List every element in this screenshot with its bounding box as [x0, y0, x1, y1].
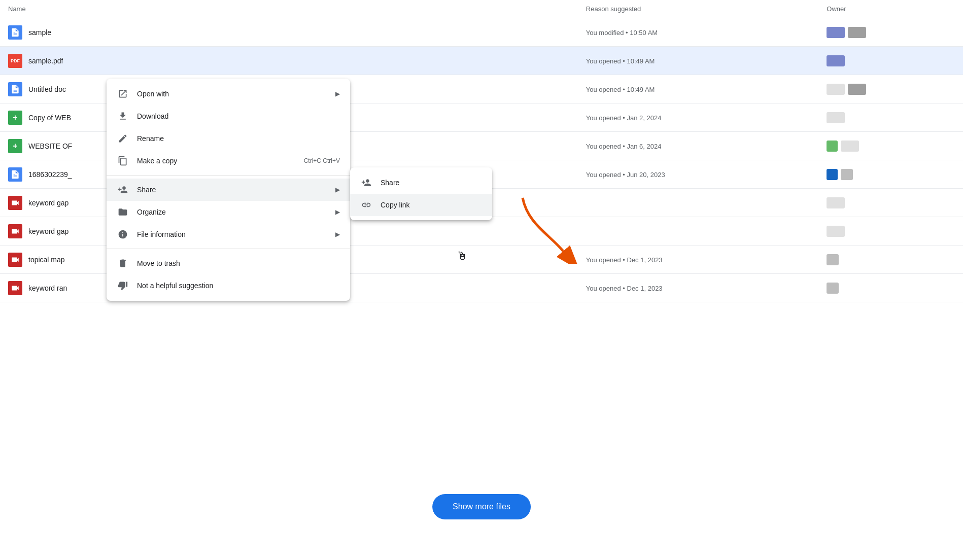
menu-item-label: Download: [137, 112, 340, 120]
menu-item-move_trash[interactable]: Move to trash: [107, 252, 350, 274]
submenu-arrow-icon: ▶: [335, 90, 340, 97]
owner-cell: [827, 84, 955, 95]
file-reason: You modified • 10:50 AM: [586, 29, 658, 37]
menu-item-open_with[interactable]: Open with ▶: [107, 83, 350, 105]
menu-item-shortcut: Ctrl+C Ctrl+V: [304, 157, 340, 164]
file-reason-cell: You modified • 10:50 AM: [578, 18, 819, 47]
file-reason: You opened • Dec 1, 2023: [586, 256, 663, 264]
file-reason-cell: You opened • Dec 1, 2023: [578, 246, 819, 274]
avatar: [827, 84, 845, 95]
owner-cell: [827, 254, 955, 265]
avatar: [848, 27, 866, 38]
menu-item-label: Rename: [137, 134, 340, 143]
col-header-name: Name: [0, 0, 578, 18]
col-header-owner: Owner: [818, 0, 963, 18]
file-reason: You opened • 10:49 AM: [586, 57, 655, 65]
open_with-icon: [117, 88, 129, 100]
file-owner-cell: [818, 132, 963, 160]
download-icon: [117, 110, 129, 122]
owner-cell: [827, 169, 955, 180]
file-reason: You opened • 10:49 AM: [586, 86, 655, 93]
show-more-button[interactable]: Show more files: [432, 494, 531, 519]
file-reason-cell: You opened • Jun 20, 2023: [578, 160, 819, 189]
avatar: [827, 254, 839, 265]
avatar: [827, 112, 845, 123]
video-icon: [8, 281, 22, 295]
file-owner-cell: [818, 47, 963, 75]
file-reason-cell: [578, 189, 819, 217]
doc-icon: [8, 167, 22, 182]
file-reason-cell: [578, 217, 819, 246]
menu-item-make_copy[interactable]: Make a copy Ctrl+C Ctrl+V: [107, 150, 350, 172]
submenu-item-label: Share: [381, 179, 482, 187]
file-name: Untitled doc: [28, 85, 66, 93]
avatar: [827, 226, 845, 237]
file-name: keyword gap: [28, 227, 68, 235]
file-name: keyword gap: [28, 199, 68, 207]
menu-item-rename[interactable]: Rename: [107, 127, 350, 150]
file-owner-cell: [818, 189, 963, 217]
doc-icon: [8, 25, 22, 40]
menu-item-label: Open with: [137, 90, 327, 98]
owner-cell: [827, 112, 955, 123]
edit-icon: [117, 132, 129, 145]
file-name-cell: PDF sample.pdf: [0, 47, 578, 75]
file-name: WEBSITE OF: [28, 142, 72, 150]
pdf-icon: PDF: [8, 54, 22, 68]
menu-item-download[interactable]: Download: [107, 105, 350, 127]
menu-item-label: Share: [137, 186, 327, 194]
avatar: [827, 169, 838, 180]
menu-item-file_info[interactable]: File information ▶: [107, 223, 350, 246]
file-name: topical map: [28, 256, 65, 264]
menu-item-label: Organize: [137, 208, 327, 216]
person_add-icon: [117, 184, 129, 196]
file-name: keyword ran: [28, 284, 67, 292]
file-reason: You opened • Jan 2, 2024: [586, 114, 662, 122]
file-name: sample: [28, 28, 51, 37]
file-reason-cell: You opened • Dec 1, 2023: [578, 274, 819, 302]
copy-icon: [117, 155, 129, 167]
submenu-item-copy_link[interactable]: Copy link: [350, 194, 492, 216]
file-reason: You opened • Dec 1, 2023: [586, 285, 663, 292]
context-menu: Open with ▶ Download Rename Make a copy …: [107, 79, 350, 301]
menu-divider: [107, 175, 350, 176]
trash-icon: [117, 257, 129, 269]
menu-item-label: Make a copy: [137, 157, 296, 165]
file-name: 1686302239_: [28, 170, 72, 179]
avatar: [827, 27, 845, 38]
table-row[interactable]: PDF sample.pdf You opened • 10:49 AM: [0, 47, 963, 75]
file-owner-cell: [818, 103, 963, 132]
file-reason: You opened • Jun 20, 2023: [586, 171, 665, 179]
doc-icon: [8, 82, 22, 96]
menu-item-share[interactable]: Share ▶: [107, 179, 350, 201]
avatar: [827, 55, 845, 66]
submenu-item-label: Copy link: [381, 201, 482, 209]
file-name: Copy of WEB: [28, 114, 71, 122]
submenu-arrow-icon: ▶: [335, 208, 340, 216]
file-reason-cell: You opened • Jan 6, 2024: [578, 132, 819, 160]
menu-item-organize[interactable]: Organize ▶: [107, 201, 350, 223]
file-owner-cell: [818, 75, 963, 103]
file-name: sample.pdf: [28, 57, 63, 65]
menu-divider: [107, 249, 350, 249]
file-reason-cell: You opened • 10:49 AM: [578, 47, 819, 75]
table-row[interactable]: sample You modified • 10:50 AM: [0, 18, 963, 47]
file-owner-cell: [818, 274, 963, 302]
file-reason-cell: You opened • 10:49 AM: [578, 75, 819, 103]
owner-cell: [827, 141, 955, 152]
avatar: [827, 197, 845, 208]
avatar: [848, 84, 866, 95]
person_add-icon: [360, 177, 372, 189]
avatar: [841, 169, 853, 180]
menu-item-not_helpful[interactable]: Not a helpful suggestion: [107, 274, 350, 297]
sheets-icon: +: [8, 111, 22, 125]
owner-cell: [827, 226, 955, 237]
menu-item-label: File information: [137, 230, 327, 238]
file-owner-cell: [818, 18, 963, 47]
menu-item-label: Move to trash: [137, 259, 340, 267]
share-submenu: Share Copy link: [350, 167, 492, 220]
owner-cell: [827, 27, 955, 38]
folder-icon: [117, 206, 129, 218]
submenu-item-share_sub[interactable]: Share: [350, 171, 492, 194]
submenu-arrow-icon: ▶: [335, 186, 340, 193]
